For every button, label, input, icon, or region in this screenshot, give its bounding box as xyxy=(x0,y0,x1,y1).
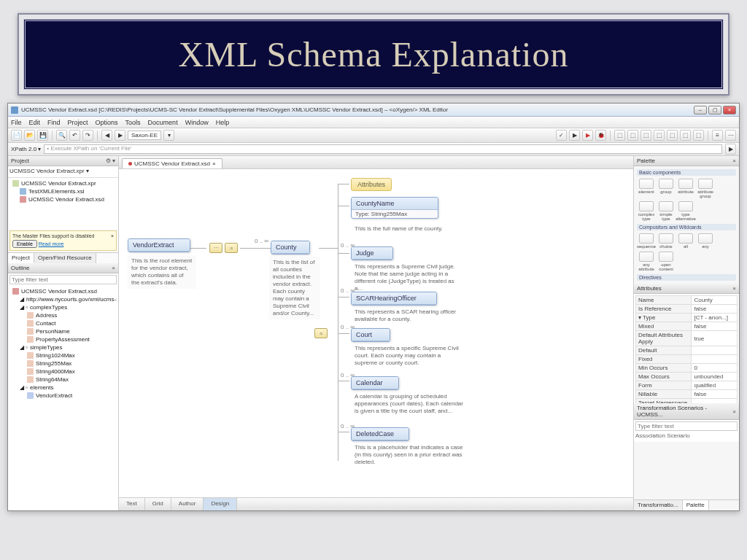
tree-item[interactable]: TestXMLElements.xsl xyxy=(9,187,117,195)
tree-item[interactable]: Contact xyxy=(9,319,117,327)
pal-simple-type[interactable]: simple type xyxy=(657,201,675,221)
sequence-compositor-icon[interactable]: ≡ xyxy=(314,328,328,338)
menu-options[interactable]: Options xyxy=(96,119,118,126)
palette-section[interactable]: Compositors and Wildcards xyxy=(637,224,736,230)
attr-row[interactable]: Nillablefalse xyxy=(636,390,738,399)
pal-choice[interactable]: choice xyxy=(657,233,675,249)
tree-item[interactable]: String255Max xyxy=(9,359,117,368)
tree-item[interactable]: UCMSSC Vendor Extract.xpr xyxy=(9,179,117,187)
attr-value[interactable]: qualified xyxy=(692,381,738,390)
tool-icon[interactable]: ⬚ xyxy=(680,130,691,141)
redo-icon[interactable]: ↷ xyxy=(82,130,93,141)
attr-row[interactable]: Formqualified xyxy=(636,381,738,390)
panel-menu-icon[interactable]: ⚙ ▾ xyxy=(106,158,115,164)
attr-row[interactable]: Max Occursunbounded xyxy=(636,373,738,381)
tree-item[interactable]: ◢ ▫ complexTypes xyxy=(9,303,117,311)
tab-transform[interactable]: Transformatio... xyxy=(634,500,683,510)
tree-item[interactable]: String1024Max xyxy=(9,351,117,359)
attributes-box[interactable]: Attributes xyxy=(351,178,392,191)
menu-help[interactable]: Help xyxy=(216,119,230,126)
pal-group[interactable]: group xyxy=(657,179,675,198)
menu-tools[interactable]: Tools xyxy=(125,119,141,126)
menu-edit[interactable]: Edit xyxy=(29,119,41,126)
attr-row[interactable]: Default xyxy=(636,346,738,355)
xpath-input[interactable]: • Execute XPath on 'Current File' xyxy=(44,144,722,154)
tab-close-icon[interactable]: × xyxy=(212,160,216,167)
node-vendor-extract[interactable]: VendorExtract xyxy=(128,238,190,252)
attr-value[interactable] xyxy=(692,355,738,364)
attr-row[interactable]: Fixed xyxy=(636,355,738,364)
tool-icon[interactable]: ⬚ xyxy=(627,130,638,141)
pal-any-attr[interactable]: any attribute xyxy=(638,252,655,271)
node-county[interactable]: County xyxy=(271,241,310,254)
tab-project[interactable]: Project xyxy=(8,253,34,263)
pal-open-content[interactable]: open content xyxy=(657,252,675,271)
tab-palette[interactable]: Palette xyxy=(683,500,709,510)
tree-item[interactable]: ◢ ▫ elements xyxy=(9,384,117,392)
attr-value[interactable]: 0 xyxy=(692,364,738,373)
menu-project[interactable]: Project xyxy=(68,119,88,126)
pal-any[interactable]: any xyxy=(697,233,714,249)
pal-sequence[interactable]: sequence xyxy=(638,233,655,249)
attr-value[interactable]: false xyxy=(692,322,738,331)
search-icon[interactable]: 🔍 xyxy=(56,130,67,141)
pal-all[interactable]: all xyxy=(677,233,694,249)
tool-icon[interactable]: ⬚ xyxy=(640,130,651,141)
attr-value[interactable]: false xyxy=(692,390,738,399)
tree-item[interactable]: UCMSSC Vendor Extract.xsd xyxy=(9,287,117,295)
dropdown-icon[interactable]: ▾ xyxy=(163,130,174,141)
node-deleted-case[interactable]: DeletedCase xyxy=(351,427,409,441)
maximize-button[interactable]: ▢ xyxy=(708,106,721,114)
sequence-compositor-icon[interactable]: ⋯ xyxy=(209,243,222,253)
tool-icon[interactable]: ⬚ xyxy=(667,130,678,141)
pal-type-alt[interactable]: type alternative xyxy=(677,201,694,221)
back-icon[interactable]: ◀ xyxy=(101,130,112,141)
tool-icon[interactable]: ⬚ xyxy=(614,130,625,141)
forward-icon[interactable]: ▶ xyxy=(115,130,125,141)
xpath-go-icon[interactable]: ▶ xyxy=(725,144,736,155)
more-icon[interactable]: ⋯ xyxy=(725,130,736,141)
pal-attr-group[interactable]: attribute group xyxy=(697,179,714,198)
pal-element[interactable]: element xyxy=(638,179,655,198)
mode-grid[interactable]: Grid xyxy=(145,498,171,510)
attr-value[interactable] xyxy=(692,346,738,355)
menu-find[interactable]: Find xyxy=(47,119,61,126)
attr-row[interactable]: Min Occurs0 xyxy=(636,364,738,373)
mode-design[interactable]: Design xyxy=(204,498,237,510)
debug-icon[interactable]: 🐞 xyxy=(595,130,606,141)
tree-item[interactable]: ◢ http://www.nycourts.gov/xml/ucms-sc/ve… xyxy=(9,295,117,303)
tree-item[interactable]: ◢ ▫ simpleTypes xyxy=(9,343,117,351)
node-judge[interactable]: Judge xyxy=(351,246,393,260)
node-court[interactable]: Court xyxy=(351,328,390,342)
attr-value[interactable]: false xyxy=(692,305,738,314)
editor-tab[interactable]: UCMSSC Vendor Extract.xsd × xyxy=(122,158,222,168)
format-icon[interactable]: ≡ xyxy=(712,130,723,141)
attr-row[interactable]: Default Attributes Applytrue xyxy=(636,331,738,346)
project-root[interactable]: UCMSSC Vendor Extract.xpr ▾ xyxy=(9,168,89,174)
pal-complex-type[interactable]: complex type xyxy=(638,201,655,221)
enable-button[interactable]: Enable xyxy=(12,240,37,248)
read-more-link[interactable]: Read more xyxy=(39,241,64,246)
node-calendar[interactable]: Calendar xyxy=(351,376,399,390)
undo-icon[interactable]: ↶ xyxy=(69,130,80,141)
panel-close-icon[interactable]: × xyxy=(732,158,736,164)
save-icon[interactable]: 💾 xyxy=(37,130,48,141)
attr-value[interactable]: [CT - anon...] xyxy=(692,314,738,322)
tree-item[interactable]: Address xyxy=(9,311,117,319)
node-county-name[interactable]: CountyName Type: String255Max xyxy=(351,197,438,219)
tool-icon[interactable]: ⬚ xyxy=(693,130,704,141)
mode-text[interactable]: Text xyxy=(119,498,145,510)
tool-icon[interactable]: ⬚ xyxy=(654,130,665,141)
attr-value[interactable]: County xyxy=(692,296,738,305)
attr-row[interactable]: Mixedfalse xyxy=(636,322,738,331)
outline-filter[interactable] xyxy=(9,275,117,284)
panel-close-icon[interactable]: × xyxy=(732,285,736,292)
schema-canvas[interactable]: VendorExtract This is the root element f… xyxy=(119,169,633,497)
tree-item[interactable]: String64Max xyxy=(9,376,117,384)
validate-icon[interactable]: ✓ xyxy=(556,130,567,141)
tree-item[interactable]: PropertyAssessment xyxy=(9,335,117,343)
palette-section[interactable]: Directives xyxy=(637,274,736,281)
mode-author[interactable]: Author xyxy=(171,498,204,510)
close-button[interactable]: × xyxy=(723,106,736,114)
close-icon[interactable]: × xyxy=(111,233,114,238)
